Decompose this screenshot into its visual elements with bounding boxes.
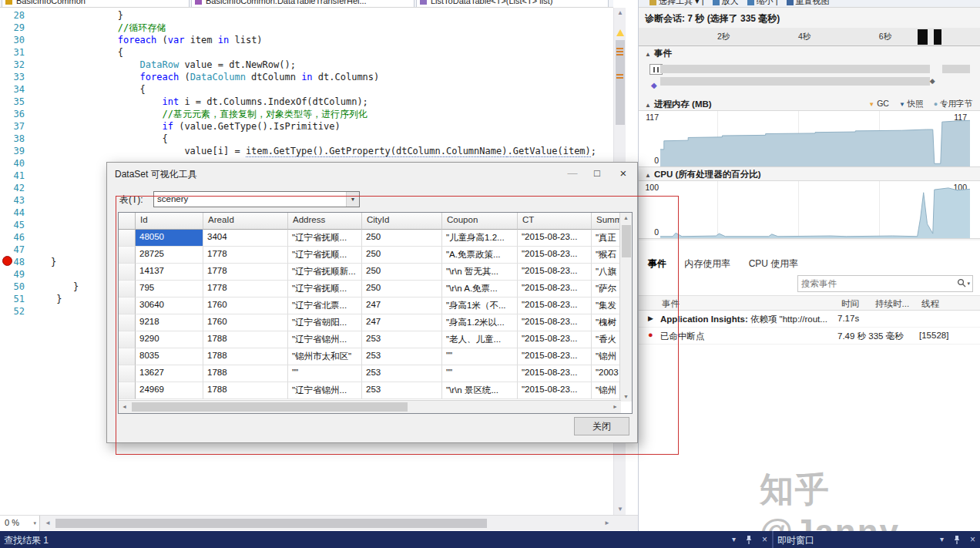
- line-number: 36: [0, 108, 32, 120]
- collapse-icon: ▲: [645, 51, 651, 58]
- event-bar[interactable]: [660, 65, 930, 73]
- select-tool-icon: [649, 0, 656, 5]
- events-section-header[interactable]: ▲事件: [639, 48, 980, 60]
- session-summary: 诊断会话: 7 秒 (选择了 335 毫秒): [639, 9, 980, 26]
- events-table-header: 事件 时间 持续时... 线程: [639, 295, 980, 311]
- memory-chart[interactable]: 117 0 117 0: [639, 110, 980, 167]
- memory-axis-min: 0: [640, 156, 659, 165]
- event-row[interactable]: ▶Application Insights: 依赖项 "http://rout.…: [639, 311, 980, 328]
- nav-project-label: BasicInfoCommon: [16, 0, 86, 5]
- selection-block[interactable]: [934, 29, 941, 45]
- dialog-titlebar[interactable]: DataSet 可视化工具 — □ ×: [107, 163, 637, 184]
- tab-memory-usage[interactable]: 内存使用率: [684, 258, 730, 269]
- col-duration[interactable]: 持续时...: [875, 298, 909, 310]
- change-mark: [616, 77, 623, 79]
- scroll-down-icon[interactable]: ▼: [614, 504, 626, 515]
- line-number: 35: [0, 96, 32, 108]
- line-number: 34: [0, 83, 32, 96]
- scroll-right-icon[interactable]: ►: [601, 516, 613, 531]
- event-time: 7.49 秒 335 毫秒: [837, 331, 904, 342]
- line-number: 37: [0, 120, 32, 133]
- close-icon[interactable]: ×: [762, 533, 767, 546]
- code-line[interactable]: 29 //循环存储: [0, 22, 613, 34]
- code-line[interactable]: 35 int i = dt.Columns.IndexOf(dtColumn);: [0, 96, 613, 108]
- pin-icon[interactable]: [745, 535, 753, 545]
- code-line[interactable]: 36 //基元元素，直接复制，对象类型等，进行序列化: [0, 108, 613, 120]
- event-description: Application Insights: 依赖项 "http://rout..…: [660, 314, 836, 325]
- scrollbar-thumb[interactable]: [616, 40, 625, 125]
- reset-view-button[interactable]: 重置视图: [796, 0, 830, 5]
- scroll-up-icon[interactable]: ▲: [614, 8, 626, 18]
- timeline-ruler[interactable]: 2秒4秒6秒: [639, 28, 980, 46]
- annotation-rectangle: [116, 196, 679, 455]
- immediate-window-bar[interactable]: 即时窗口 ▾ ×: [772, 531, 980, 548]
- close-icon[interactable]: ×: [611, 163, 636, 183]
- zoom-out-icon: [747, 0, 754, 5]
- chevron-down-icon[interactable]: ▾: [940, 533, 944, 546]
- code-line[interactable]: 33 foreach (DataColumn dtColumn in dt.Co…: [0, 71, 613, 83]
- event-bar[interactable]: [660, 77, 930, 86]
- line-number: 47: [0, 244, 32, 256]
- nav-type-dropdown[interactable]: BasicInfoCommon.DataTableTransferHel...: [191, 0, 414, 8]
- legend-snapshot[interactable]: 快照: [908, 99, 924, 108]
- line-number: 43: [0, 194, 32, 207]
- chevron-down-icon[interactable]: ▾: [732, 533, 736, 546]
- minimize-button[interactable]: —: [560, 163, 585, 183]
- search-input[interactable]: [801, 277, 940, 291]
- breakpoint-icon[interactable]: [2, 256, 12, 266]
- event-bar[interactable]: [942, 65, 970, 73]
- ruler-tick: 4秒: [798, 32, 811, 42]
- tab-cpu-usage[interactable]: CPU 使用率: [749, 258, 799, 269]
- find-results-window-bar[interactable]: 查找结果 1 ▾ ×: [0, 531, 772, 548]
- zoom-control[interactable]: 0 % ▾: [0, 516, 40, 531]
- event-description: 已命中断点: [660, 331, 836, 342]
- search-icon[interactable]: ▾: [957, 278, 970, 290]
- zoom-in-button[interactable]: 放大: [722, 0, 739, 5]
- events-title: 事件: [654, 49, 672, 58]
- events-track: ◆ ◆: [639, 60, 980, 97]
- event-row[interactable]: ●已命中断点7.49 秒 335 毫秒[15528]: [639, 328, 980, 345]
- change-mark: [616, 48, 623, 49]
- scrollbar-thumb[interactable]: [55, 519, 487, 528]
- scroll-left-icon[interactable]: ◄: [42, 516, 54, 531]
- legend-gc[interactable]: GC: [877, 99, 889, 108]
- code-line[interactable]: 31 {: [0, 46, 613, 59]
- code-line[interactable]: 34 {: [0, 83, 613, 96]
- change-mark: [616, 51, 623, 52]
- cpu-section-header[interactable]: ▲CPU (所有处理器的百分比): [639, 169, 980, 181]
- cpu-chart[interactable]: 100 0 100 0: [639, 180, 980, 239]
- selection-block[interactable]: [918, 29, 928, 45]
- select-tool-button[interactable]: 选择工具: [659, 0, 693, 5]
- pin-icon[interactable]: [953, 535, 961, 545]
- line-number: 30: [0, 34, 32, 46]
- legend-private-bytes[interactable]: 专用字节: [940, 99, 972, 108]
- line-number: 39: [0, 145, 32, 157]
- nav-member-dropdown[interactable]: ListToDataTable<T>(List<T> list): [416, 0, 609, 8]
- code-line[interactable]: 30 foreach (var item in list): [0, 34, 613, 46]
- immediate-window-title[interactable]: 即时窗口: [777, 534, 814, 547]
- event-diamond-icon[interactable]: ◆: [930, 77, 935, 85]
- zoom-out-button[interactable]: 缩小: [757, 0, 774, 5]
- line-number: 49: [0, 268, 32, 281]
- code-line[interactable]: 28 }: [0, 9, 613, 22]
- col-time[interactable]: 时间: [841, 298, 859, 310]
- code-line[interactable]: 39 value[i] = item.GetType().GetProperty…: [0, 145, 613, 157]
- find-results-title[interactable]: 查找结果 1: [4, 534, 49, 547]
- code-line[interactable]: 37 if (value.GetType().IsPrimitive): [0, 120, 613, 133]
- maximize-button[interactable]: □: [585, 163, 609, 183]
- line-number: 32: [0, 59, 32, 71]
- code-line[interactable]: 32 DataRow value = dt.NewRow();: [0, 59, 613, 71]
- line-number: 41: [0, 170, 32, 182]
- change-mark: [616, 74, 623, 76]
- code-line[interactable]: 38 {: [0, 133, 613, 145]
- ruler-tick: 6秒: [879, 32, 891, 42]
- col-thread[interactable]: 线程: [921, 298, 939, 310]
- nav-project-dropdown[interactable]: BasicInfoCommon: [2, 0, 190, 8]
- nav-member-label: ListToDataTable<T>(List<T> list): [431, 0, 552, 5]
- close-icon[interactable]: ×: [970, 533, 975, 546]
- editor-horizontal-scrollbar[interactable]: ◄ ►: [42, 516, 613, 531]
- class-icon: [195, 0, 202, 5]
- event-search-box[interactable]: ▾: [797, 275, 973, 292]
- line-number: 40: [0, 157, 32, 170]
- line-number: 45: [0, 219, 32, 231]
